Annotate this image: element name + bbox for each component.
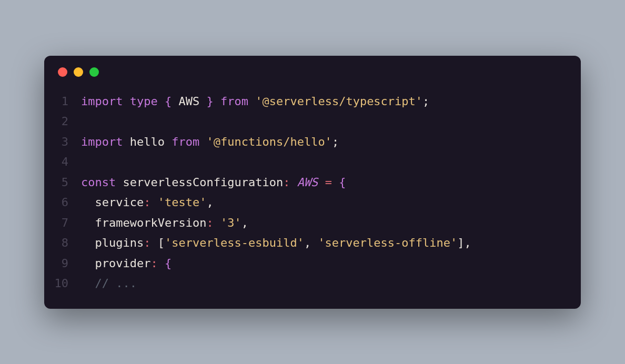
keyword-import: import xyxy=(81,135,123,148)
code-window: 1 import type { AWS } from '@serverless/… xyxy=(44,56,581,309)
bracket: [ xyxy=(158,236,165,249)
code-line-1: 1 import type { AWS } from '@serverless/… xyxy=(44,92,581,112)
semicolon: ; xyxy=(332,135,339,148)
brace: } xyxy=(199,95,214,108)
code-line-8: 8 plugins: ['serverless-esbuild', 'serve… xyxy=(44,233,581,254)
colon: : xyxy=(150,257,157,270)
line-number: 3 xyxy=(44,132,81,153)
string-literal: '@functions/hello' xyxy=(206,135,331,148)
code-content: service: 'teste', xyxy=(81,193,214,213)
string-literal: 'serverless-esbuild' xyxy=(165,236,304,249)
bracket: ] xyxy=(457,236,464,249)
brace: { xyxy=(165,257,172,270)
line-number: 2 xyxy=(44,112,81,132)
colon: : xyxy=(144,196,150,209)
code-content xyxy=(81,152,88,173)
comma: , xyxy=(304,236,311,249)
identifier: serverlessConfiguration xyxy=(123,176,283,189)
code-line-7: 7 frameworkVersion: '3', xyxy=(44,213,581,234)
code-line-5: 5 const serverlessConfiguration: AWS = { xyxy=(44,173,581,193)
code-content: frameworkVersion: '3', xyxy=(81,213,248,234)
code-line-10: 10 // ... xyxy=(44,274,581,294)
minimize-icon[interactable] xyxy=(74,67,83,77)
property: plugins xyxy=(95,236,144,249)
comma: , xyxy=(206,196,213,209)
line-number: 9 xyxy=(44,254,81,274)
brace: { xyxy=(165,95,179,108)
line-number: 4 xyxy=(44,152,81,173)
string-literal: 'serverless-offline' xyxy=(318,236,457,249)
comment: // ... xyxy=(95,277,137,290)
brace: { xyxy=(339,176,346,189)
window-header xyxy=(44,56,581,82)
identifier: AWS xyxy=(178,95,199,108)
code-content: import type { AWS } from '@serverless/ty… xyxy=(81,92,429,112)
comma: , xyxy=(241,216,248,229)
code-content xyxy=(81,112,88,132)
string-literal: '@serverless/typescript' xyxy=(255,95,422,108)
code-content: const serverlessConfiguration: AWS = { xyxy=(81,173,346,193)
property: frameworkVersion xyxy=(95,216,207,229)
line-number: 10 xyxy=(44,274,81,294)
string-literal: 'teste' xyxy=(158,196,207,209)
code-content: // ... xyxy=(81,274,137,294)
keyword-const: const xyxy=(81,176,116,189)
code-line-2: 2 xyxy=(44,112,581,132)
code-line-3: 3 import hello from '@functions/hello'; xyxy=(44,132,581,153)
code-line-6: 6 service: 'teste', xyxy=(44,193,581,213)
maximize-icon[interactable] xyxy=(89,67,99,77)
property: provider xyxy=(95,257,151,270)
identifier: hello xyxy=(130,135,165,148)
code-line-4: 4 xyxy=(44,152,581,173)
line-number: 7 xyxy=(44,213,81,234)
line-number: 8 xyxy=(44,233,81,254)
keyword-type: type xyxy=(130,95,158,108)
keyword-from: from xyxy=(220,95,248,108)
close-icon[interactable] xyxy=(58,67,67,77)
keyword-import: import xyxy=(81,95,123,108)
string-literal: '3' xyxy=(220,216,241,229)
line-number: 5 xyxy=(44,173,81,193)
keyword-from: from xyxy=(172,135,199,148)
code-content: import hello from '@functions/hello'; xyxy=(81,132,339,153)
code-line-9: 9 provider: { xyxy=(44,254,581,274)
code-area[interactable]: 1 import type { AWS } from '@serverless/… xyxy=(44,82,581,309)
property: service xyxy=(95,196,144,209)
code-content: plugins: ['serverless-esbuild', 'serverl… xyxy=(81,233,471,254)
code-content: provider: { xyxy=(81,254,172,274)
type-annotation: AWS xyxy=(297,176,318,189)
colon: : xyxy=(144,236,150,249)
line-number: 1 xyxy=(44,92,81,112)
line-number: 6 xyxy=(44,193,81,213)
comma: , xyxy=(465,236,471,249)
colon: : xyxy=(206,216,213,229)
semicolon: ; xyxy=(422,95,429,108)
operator-equals: = xyxy=(325,176,332,189)
colon: : xyxy=(283,176,290,189)
